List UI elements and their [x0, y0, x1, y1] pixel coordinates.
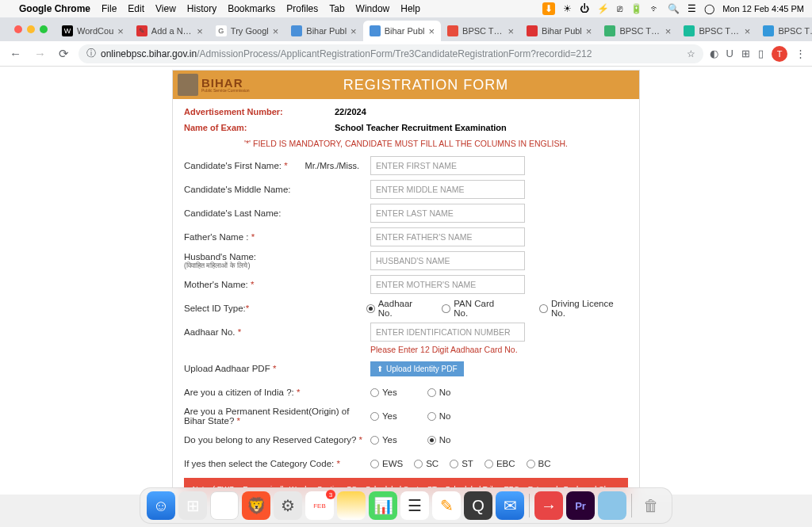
- reserved-no[interactable]: No: [427, 435, 451, 445]
- upload-button[interactable]: ⬆Upload Identity PDF: [370, 361, 464, 376]
- profile-avatar[interactable]: T: [772, 46, 787, 62]
- maximize-window-button[interactable]: [40, 25, 48, 33]
- back-button[interactable]: ←: [6, 44, 25, 63]
- download-icon[interactable]: ⬇: [542, 2, 555, 15]
- chrome-icon[interactable]: ◉: [210, 491, 239, 520]
- calendar-icon[interactable]: FEB: [305, 491, 334, 520]
- wifi-icon[interactable]: ᯤ: [650, 3, 660, 14]
- tab-8[interactable]: BPSC TRE×: [677, 21, 756, 41]
- app-name[interactable]: Google Chrome: [19, 3, 90, 14]
- finder-icon[interactable]: ☺: [147, 491, 175, 520]
- middlename-input[interactable]: ENTER MIDDLE NAME: [370, 180, 525, 199]
- toggle-icon[interactable]: ⏻: [580, 3, 589, 14]
- cat-st[interactable]: ST: [450, 459, 473, 468]
- app-icon-2[interactable]: [598, 491, 626, 520]
- forward-button[interactable]: →: [31, 44, 49, 63]
- menu-file[interactable]: File: [102, 3, 117, 14]
- tab-5[interactable]: BPSC TRE×: [441, 21, 520, 41]
- bookmark-icon[interactable]: ☆: [687, 48, 695, 59]
- notes-icon[interactable]: [337, 491, 366, 520]
- quicktime-icon[interactable]: Q: [464, 491, 492, 520]
- minimize-window-button[interactable]: [27, 25, 35, 33]
- close-icon[interactable]: ×: [197, 25, 203, 37]
- husband-input[interactable]: HUSBAND'S NAME: [370, 251, 525, 270]
- browser-toolbar: ← → ⟳ ⓘ onlinebpsc.bihar.gov.in/Admissio…: [0, 41, 812, 67]
- settings-icon[interactable]: ⚙: [274, 491, 302, 520]
- mother-input[interactable]: ENTER MOTHER'S NAME: [370, 275, 525, 294]
- cat-ews[interactable]: EWS: [370, 459, 403, 468]
- bluetooth-icon[interactable]: ⚡: [597, 3, 609, 14]
- close-icon[interactable]: ×: [665, 25, 672, 37]
- cat-bc[interactable]: BC: [527, 459, 551, 468]
- category-label: If yes then select the Category Code:: [184, 459, 334, 468]
- address-bar[interactable]: ⓘ onlinebpsc.bihar.gov.in/AdmissionProce…: [79, 44, 703, 63]
- emblem-icon: [178, 74, 198, 96]
- trash-icon[interactable]: 🗑: [637, 491, 665, 520]
- tab-4-active[interactable]: Bihar Publ×: [363, 21, 441, 41]
- husband-label: Husband's Name:: [184, 252, 256, 262]
- radio-aadhaar[interactable]: Aadhaar No.: [366, 299, 428, 318]
- resident-yes[interactable]: Yes: [370, 411, 397, 421]
- radio-pan[interactable]: PAN Card No.: [442, 299, 509, 318]
- ext-icon-3[interactable]: ⊞: [741, 48, 750, 59]
- upload-icon: ⬆: [377, 365, 383, 373]
- tab-0[interactable]: WWordCou×: [56, 21, 130, 41]
- tab-1[interactable]: ✎Add a New×: [130, 21, 209, 41]
- firstname-input[interactable]: ENTER FIRST NAME: [370, 156, 525, 175]
- sun-icon[interactable]: ☀: [563, 3, 572, 14]
- tab-6[interactable]: Bihar Publ×: [520, 21, 598, 41]
- numbers-icon[interactable]: 📊: [369, 491, 397, 520]
- citizen-yes[interactable]: Yes: [370, 388, 397, 397]
- close-icon[interactable]: ×: [586, 25, 592, 37]
- menu-help[interactable]: Help: [400, 3, 420, 14]
- tab-9[interactable]: BPSC TRE×: [756, 21, 812, 41]
- ext-icon-2[interactable]: U: [726, 48, 733, 59]
- brave-icon[interactable]: 🦁: [242, 491, 270, 520]
- reminders-icon[interactable]: ☰: [400, 491, 429, 520]
- premiere-icon[interactable]: Pr: [566, 491, 595, 520]
- tab-2[interactable]: GTry Googl×: [209, 21, 285, 41]
- search-icon[interactable]: 🔍: [668, 3, 680, 14]
- father-input[interactable]: ENTER FATHER'S NAME: [370, 227, 525, 246]
- tab-3[interactable]: Bihar Publ×: [285, 21, 362, 41]
- siri-icon[interactable]: ◯: [704, 3, 714, 14]
- close-window-button[interactable]: [14, 25, 22, 33]
- lastname-input[interactable]: ENTER LAST NAME: [370, 204, 525, 223]
- close-icon[interactable]: ×: [745, 25, 751, 37]
- resident-no[interactable]: No: [427, 411, 451, 421]
- close-icon[interactable]: ×: [117, 25, 124, 37]
- site-info-icon[interactable]: ⓘ: [86, 47, 96, 60]
- cat-ebc[interactable]: EBC: [485, 459, 515, 468]
- menu-bookmarks[interactable]: Bookmarks: [228, 3, 275, 14]
- datetime[interactable]: Mon 12 Feb 4:45 PM: [722, 4, 804, 13]
- citizen-no[interactable]: No: [427, 388, 451, 397]
- radio-dl[interactable]: Driving Licence No.: [539, 299, 628, 318]
- pages-icon[interactable]: ✎: [432, 491, 461, 520]
- menu-tab[interactable]: Tab: [329, 3, 344, 14]
- display-icon[interactable]: ⎚: [617, 3, 622, 14]
- control-center-icon[interactable]: ☰: [688, 3, 696, 14]
- ext-icon-1[interactable]: ◐: [710, 48, 718, 59]
- menu-profiles[interactable]: Profiles: [286, 3, 318, 14]
- form-title: REGISTRATION FORM: [260, 77, 639, 94]
- reserved-yes[interactable]: Yes: [370, 435, 397, 445]
- ext-icon-4[interactable]: ▯: [758, 48, 764, 59]
- close-icon[interactable]: ×: [428, 25, 435, 37]
- mail-icon[interactable]: ✉: [496, 491, 524, 520]
- close-icon[interactable]: ×: [273, 25, 279, 37]
- reload-button[interactable]: ⟳: [56, 44, 72, 64]
- app-icon-1[interactable]: →: [534, 491, 563, 520]
- menu-history[interactable]: History: [187, 3, 216, 14]
- aadhaar-error: Please Enter 12 Digit Aadhaar Card No.: [370, 345, 628, 354]
- aadhaar-input[interactable]: ENTER IDENTIFICATION NUMBER: [370, 323, 525, 342]
- cat-sc[interactable]: SC: [414, 459, 439, 468]
- menu-view[interactable]: View: [155, 3, 176, 14]
- menu-edit[interactable]: Edit: [128, 3, 144, 14]
- menu-icon[interactable]: ⋮: [795, 48, 806, 59]
- battery-icon[interactable]: 🔋: [630, 3, 642, 14]
- close-icon[interactable]: ×: [508, 25, 514, 37]
- menu-window[interactable]: Window: [356, 3, 390, 14]
- close-icon[interactable]: ×: [350, 25, 357, 37]
- launchpad-icon[interactable]: ⊞: [178, 491, 207, 520]
- tab-7[interactable]: BPSC TRE×: [598, 21, 677, 41]
